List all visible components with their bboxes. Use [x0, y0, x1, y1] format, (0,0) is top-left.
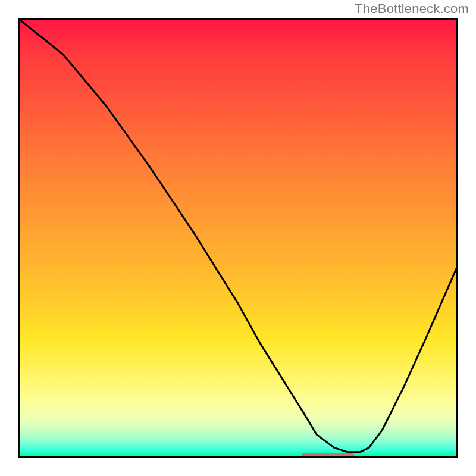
watermark-text: TheBottleneck.com	[355, 1, 469, 17]
chart-curve-svg	[20, 20, 456, 456]
chart-plot-area	[18, 18, 458, 458]
optimal-range-marker	[302, 453, 355, 458]
bottleneck-curve-line	[20, 20, 456, 452]
